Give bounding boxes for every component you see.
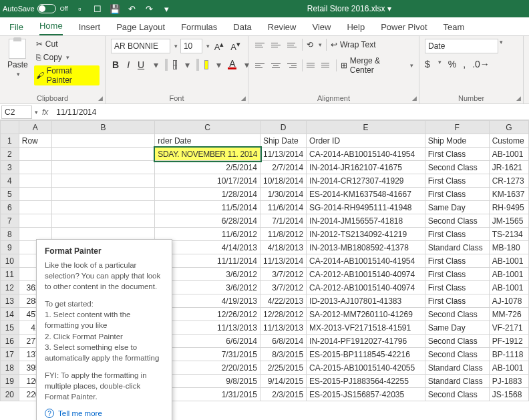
cell[interactable]: ES-2015-BP1118545-42216: [307, 348, 425, 361]
cell[interactable]: [51, 188, 154, 201]
cell[interactable]: First Class: [425, 294, 489, 308]
cell[interactable]: 11/8/2012: [260, 228, 307, 241]
cell[interactable]: [51, 214, 154, 228]
dialog-launcher-icon[interactable]: ◢: [516, 95, 521, 101]
row-header[interactable]: 20: [1, 388, 19, 401]
redo-icon[interactable]: ↷: [144, 3, 155, 14]
accounting-format-icon[interactable]: $: [425, 59, 430, 69]
row-header[interactable]: 1: [1, 134, 19, 148]
cell[interactable]: CA-2015-AB10015140-42055: [307, 361, 425, 375]
cell[interactable]: ES-2015-JS156857-42035: [307, 388, 425, 401]
col-header-D[interactable]: D: [260, 121, 307, 134]
italic-button[interactable]: I: [126, 59, 131, 70]
header-cell[interactable]: Custome: [489, 134, 528, 148]
row-header[interactable]: 12: [1, 281, 19, 294]
align-bottom-icon[interactable]: [286, 39, 298, 50]
cell[interactable]: PJ-1883: [489, 375, 528, 388]
col-header-F[interactable]: F: [425, 121, 489, 134]
cell[interactable]: Second Class: [425, 348, 489, 361]
chevron-down-icon[interactable]: ▾: [215, 59, 222, 70]
worksheet-grid[interactable]: ABCDEFG1Rowrder DateShip DateOrder IDShi…: [0, 120, 529, 401]
cell[interactable]: 11/13/2014: [260, 148, 307, 161]
wrap-text-button[interactable]: ↩ Wrap Text: [331, 40, 376, 49]
cell[interactable]: First Class: [425, 188, 489, 201]
cell[interactable]: First Class: [425, 254, 489, 268]
align-center-icon[interactable]: [270, 60, 282, 71]
autosave-toggle[interactable]: AutoSave Off: [3, 4, 68, 13]
cell[interactable]: CA-2014-AB10015140-41954: [307, 254, 425, 268]
cell[interactable]: 8/3/2015: [260, 348, 307, 361]
row-header[interactable]: 6: [1, 201, 19, 214]
cell[interactable]: JM-1565: [489, 214, 528, 228]
cell[interactable]: 3/7/2012: [260, 268, 307, 281]
cell[interactable]: [19, 161, 51, 174]
increase-indent-icon[interactable]: [321, 61, 332, 70]
row-header[interactable]: 17: [1, 348, 19, 361]
cell[interactable]: 10/17/2014: [155, 174, 260, 188]
merge-center-button[interactable]: ⊞ Merge & Center ▾: [341, 56, 413, 75]
fill-color-button[interactable]: [204, 60, 208, 69]
row-header[interactable]: 7: [1, 214, 19, 228]
row-header[interactable]: 10: [1, 254, 19, 268]
cell[interactable]: First Class: [425, 268, 489, 281]
cell[interactable]: [19, 188, 51, 201]
cell[interactable]: ES-2014-KM1637548-41667: [307, 188, 425, 201]
cell[interactable]: TS-2134: [489, 228, 528, 241]
col-header-G[interactable]: G: [489, 121, 528, 134]
borders-icon[interactable]: [173, 60, 177, 69]
cell[interactable]: AB-1001: [489, 281, 528, 294]
cell[interactable]: JR-1621: [489, 161, 528, 174]
cell[interactable]: Second Class: [425, 214, 489, 228]
align-middle-icon[interactable]: [270, 39, 282, 50]
cell[interactable]: Second Class: [425, 335, 489, 348]
cell[interactable]: Standard Class: [425, 375, 489, 388]
cell[interactable]: AB-1001: [489, 361, 528, 375]
cell[interactable]: SG-2014-RH9495111-41948: [307, 201, 425, 214]
cell[interactable]: First Class: [425, 228, 489, 241]
col-header-A[interactable]: A: [19, 121, 51, 134]
cell[interactable]: IN-2014-JR162107-41675: [307, 161, 425, 174]
font-name-combo[interactable]: AR BONNIE: [111, 39, 170, 53]
cell[interactable]: ID-2013-AJ107801-41383: [307, 294, 425, 308]
row-header[interactable]: 18: [1, 361, 19, 375]
dialog-launcher-icon[interactable]: ◢: [412, 95, 417, 101]
cell[interactable]: MX-2013-VF2171518-41591: [307, 321, 425, 335]
chevron-down-icon[interactable]: ▾: [152, 59, 160, 70]
cell[interactable]: Same Day: [425, 201, 489, 214]
cell[interactable]: 2/3/2015: [260, 388, 307, 401]
header-cell[interactable]: rder Date: [155, 134, 260, 148]
cell[interactable]: 1/30/2014: [260, 188, 307, 201]
number-format-combo[interactable]: Date: [425, 39, 498, 53]
tab-team[interactable]: Team: [444, 22, 465, 35]
row-header[interactable]: 16: [1, 335, 19, 348]
comma-format-icon[interactable]: ,: [463, 59, 466, 69]
bold-button[interactable]: B: [111, 59, 120, 70]
new-icon[interactable]: ▫: [75, 3, 85, 14]
col-header-E[interactable]: E: [307, 121, 425, 134]
cell[interactable]: PF-1912: [489, 335, 528, 348]
decrease-indent-icon[interactable]: [307, 61, 317, 70]
save-icon[interactable]: 💾: [110, 3, 120, 14]
cell[interactable]: 7/1/2014: [260, 214, 307, 228]
font-color-button[interactable]: A: [228, 60, 236, 69]
cell[interactable]: 2/7/2014: [260, 161, 307, 174]
paste-button[interactable]: Paste ▾: [5, 39, 30, 94]
cell[interactable]: IN-2012-TS2134092-41219: [307, 228, 425, 241]
cell[interactable]: 9/14/2015: [260, 375, 307, 388]
cell[interactable]: [19, 214, 51, 228]
header-cell[interactable]: [51, 134, 154, 148]
cell[interactable]: First Class: [425, 281, 489, 294]
cell[interactable]: [51, 174, 154, 188]
open-icon[interactable]: ☐: [92, 3, 103, 14]
cell[interactable]: IN-2014-JM156557-41818: [307, 214, 425, 228]
header-cell[interactable]: Row: [19, 134, 51, 148]
cell[interactable]: 2/25/2015: [260, 361, 307, 375]
align-top-icon[interactable]: [254, 39, 266, 50]
chevron-down-icon[interactable]: ▾: [206, 43, 210, 49]
cell[interactable]: Standard Class: [425, 361, 489, 375]
font-size-combo[interactable]: 10: [180, 39, 202, 53]
header-cell[interactable]: Ship Mode: [425, 134, 489, 148]
cell[interactable]: 4/18/2013: [260, 241, 307, 254]
select-all-corner[interactable]: [1, 121, 19, 134]
header-cell[interactable]: Order ID: [307, 134, 425, 148]
